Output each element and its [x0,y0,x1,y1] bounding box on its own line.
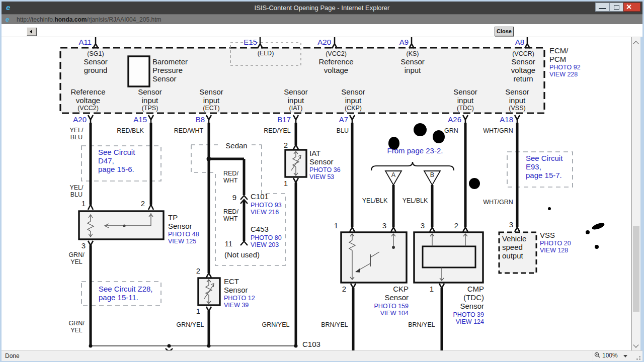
sedan-label: Sedan [221,141,252,150]
cmp-pin1-label: 1 [422,285,434,293]
tp-photo-link[interactable]: PHOTO 48 [168,231,199,238]
ecm-view-link[interactable]: VIEW 228 [549,71,578,78]
ecm-photo-link[interactable]: PHOTO 92 [549,64,581,71]
wire-color-grn: GRN [441,127,461,134]
pin-label-b8: B8 [185,115,205,124]
ckp-view-link[interactable]: VIEW 104 [358,310,409,317]
barometer-label: Barometer Pressure Sensor [152,57,188,83]
title-bar: ISIS-Content Opening Page - Internet Exp… [2,2,642,14]
zoom-dropdown-icon [623,355,627,357]
see-circuit-e93-link[interactable]: See Circuit E93, page 15-7. [526,154,562,179]
pin-label-a15: A15 [127,115,147,124]
wire-color-yel-blu: YEL/ BLU [65,127,88,141]
ect-view-link[interactable]: VIEW 39 [224,302,249,309]
c453-name: C453 [251,225,269,233]
wire-color-red-wht: RED/WHT [174,127,204,134]
wire-color-blu: BLU [333,127,353,134]
pin-label-a11: A11 [71,38,92,46]
wire-color-red-blk: RED/BLK [115,127,145,134]
ecm-label-ckp: Sensor input(CKP) [328,87,378,112]
vss-view-link[interactable]: VIEW 128 [540,247,568,254]
ecm-label-vcc2-top: (VCC2) Reference voltage [311,50,361,74]
c101-view-link[interactable]: VIEW 216 [251,209,279,216]
iat-photo-link[interactable]: PHOTO 36 [309,166,341,173]
branch-a-label: A [387,171,399,178]
wire-color-grn-yel-3: GRN/YEL [175,321,205,328]
ckp-pin1-label: 1 [326,221,338,230]
ckp-pin2-label: 2 [334,285,346,293]
wire-color-wht-grn-2: WHT/GRN [482,199,514,206]
wire-color-grn-yel-2: GRN/ YEL [65,320,88,334]
pin-label-a9: A9 [388,38,409,46]
cmp-photo-link[interactable]: PHOTO 39 [434,311,484,318]
frame-toolbar: Close [2,24,642,37]
ecm-label-ect: Sensor input(ECT) [186,87,236,112]
wire-color-red-yel: RED/YEL [262,127,292,134]
cmp-pin3-label: 3 [413,221,425,230]
maximize-icon [614,5,619,10]
scrollbar-thumb[interactable] [633,226,639,312]
vehicle-speed-output-label: Vehicle speed output [502,234,526,260]
tp-pin3-label: 3 [73,241,86,250]
ecm-label-sg1: (SG1) Sensor ground [70,50,121,74]
wire-color-grn-yel-4: GRN/YEL [261,321,291,328]
c453-photo-link[interactable]: PHOTO 80 [251,234,282,241]
ecm-label-vss: Sensor input(VSS) [492,87,542,112]
ecm-label-vccr: (VCCR) Sensor voltage return [498,50,548,83]
ecm-label-tdc: Sensor input(TDC) [440,87,491,112]
c103-label: C103 [302,340,320,348]
ect-photo-link[interactable]: PHOTO 12 [224,295,255,302]
zoom-control[interactable]: 100% [594,352,627,359]
minimize-button[interactable] [595,3,609,12]
resize-grip [639,356,640,357]
iat-sensor-name: IAT Sensor [309,149,334,166]
ecm-name: ECM/ PCM [549,46,569,63]
ecm-label-iat: Sensor input(IAT) [271,87,321,112]
back-arrow-icon [30,30,32,34]
vss-photo-link[interactable]: PHOTO 20 [540,240,571,247]
ect-pin1-label: 1 [188,307,200,315]
pin-label-a8: A8 [504,38,524,46]
status-text: Done [5,352,20,359]
cmp-view-link[interactable]: VIEW 124 [434,318,484,325]
iat-view-link[interactable]: VIEW 53 [309,173,334,180]
pin-label-e15: E15 [237,38,257,46]
wire-color-yel-blu-2: YEL/ BLU [65,184,88,198]
cmp-sensor-name: CMP (TDC) Sensor [434,285,484,310]
wire-color-yel-blk-2: YEL/BLK [400,197,430,204]
maximize-button[interactable] [609,3,623,12]
ckp-sensor-name: CKP Sensor [358,285,409,302]
ect-pin2-label: 2 [188,266,200,275]
status-bar: Done 100% [2,350,642,361]
pin-label-a20-bottom: A20 [66,115,87,124]
ckp-photo-link[interactable]: PHOTO 159 [358,303,409,310]
minimize-icon [599,8,606,9]
tp-view-link[interactable]: VIEW 125 [168,238,196,245]
close-window-button[interactable] [623,3,640,12]
wire-color-brn-yel-2: BRN/YEL [407,321,437,328]
ecm-label-tps: Sensor input(TPS) [125,87,175,112]
c101-pin-label: 9 [226,193,236,202]
address-bar[interactable]: http://techinfo.honda.com/rjanisis/RJAAI… [2,14,642,25]
close-page-button[interactable]: Close [495,27,514,36]
pin-label-b17: B17 [271,115,291,124]
pin-label-a18: A18 [493,115,513,124]
url-field[interactable]: http://techinfo.honda.com/rjanisis/RJAAI… [17,16,161,23]
branch-b-label: B [426,171,438,178]
zoom-level: 100% [602,352,618,359]
from-page-link[interactable]: From page 23-2. [380,146,450,155]
vss-name: VSS [540,231,555,239]
wire-color-wht-grn: WHT/GRN [483,127,513,134]
c101-name: C101 [251,192,269,201]
tp-pin1-label: 1 [73,199,86,208]
ckp-pin3-label: 3 [374,221,386,230]
eld-label: (ELD) [240,50,291,57]
c453-view-link[interactable]: VIEW 203 [251,241,279,248]
see-circuit-z28-link[interactable]: See Circuit Z28, page 15-11. [99,285,153,302]
ie-page-icon [6,16,9,23]
vss-pin3-label: 3 [501,220,513,229]
back-button[interactable] [27,27,36,36]
see-circuit-d47-link[interactable]: See Circuit D47, page 15-6. [98,148,135,173]
pin-label-a7: A7 [328,115,348,124]
c101-photo-link[interactable]: PHOTO 93 [251,202,282,209]
